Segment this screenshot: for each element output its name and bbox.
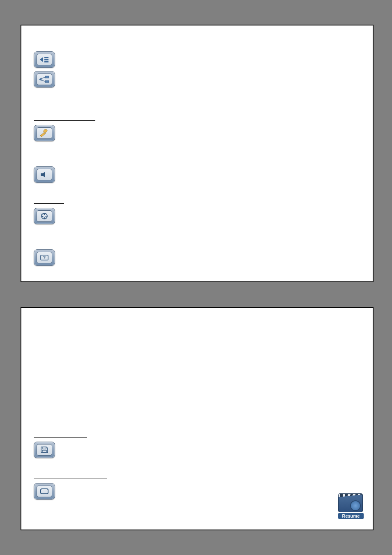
svg-rect-3 [44, 59, 48, 60]
panel-bottom: Resume [21, 307, 374, 530]
panel-bottom-inner: Resume [21, 307, 374, 530]
panel-top: ? [21, 25, 374, 282]
section-heading [34, 239, 90, 245]
section-heading [34, 115, 95, 121]
svg-point-12 [42, 216, 44, 217]
svg-marker-8 [41, 172, 45, 177]
svg-marker-1 [40, 57, 43, 62]
save-icon[interactable] [34, 442, 55, 458]
panel-top-inner: ? [21, 25, 374, 282]
svg-text:?: ? [43, 256, 46, 260]
svg-rect-4 [44, 61, 48, 62]
section-heading [34, 352, 80, 358]
section-heading [34, 431, 87, 438]
speaker-icon[interactable] [34, 166, 55, 183]
arrow-list-icon[interactable] [34, 51, 55, 68]
screen-icon[interactable] [34, 483, 55, 500]
tree-icon[interactable] [34, 71, 55, 88]
resume-shortcut[interactable]: Resume [338, 493, 364, 520]
clapboard-icon [338, 493, 363, 512]
svg-marker-7 [39, 78, 42, 81]
svg-point-11 [46, 216, 47, 217]
svg-rect-2 [44, 57, 48, 58]
reel-icon[interactable] [34, 208, 55, 224]
wrench-icon[interactable] [34, 125, 55, 141]
svg-rect-5 [45, 76, 49, 78]
section-heading [34, 156, 78, 162]
svg-rect-19 [41, 489, 48, 494]
section-heading [34, 473, 107, 479]
section-heading [34, 198, 64, 204]
section-heading [34, 41, 108, 47]
svg-point-13 [44, 217, 45, 219]
svg-rect-6 [45, 81, 49, 83]
resume-label: Resume [338, 513, 364, 519]
svg-rect-18 [42, 450, 46, 452]
svg-point-10 [44, 214, 45, 215]
help-icon[interactable]: ? [34, 249, 55, 266]
